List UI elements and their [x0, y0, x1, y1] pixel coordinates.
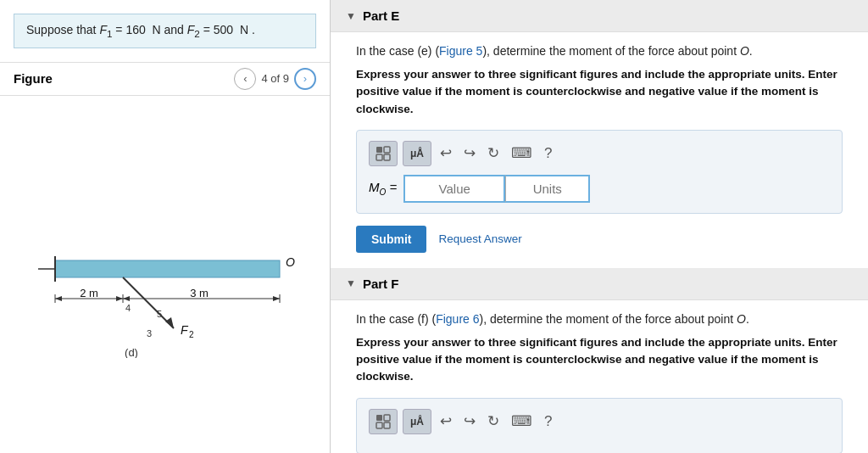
svg-rect-0: [55, 260, 280, 277]
svg-text:F: F: [181, 323, 189, 337]
part-f-grid-button[interactable]: [369, 409, 398, 434]
left-panel: Suppose that F1 = 160 N and F2 = 500 N .…: [0, 0, 331, 453]
submit-row: Submit Request Answer: [356, 226, 843, 253]
part-e-content: In the case (e) (Figure 5), determine th…: [331, 32, 868, 268]
svg-text:(d): (d): [125, 346, 138, 358]
nav-controls: ‹ 4 of 9 ›: [234, 68, 316, 90]
part-f-answer-box: μÅ ↩ ↪ ↻ ⌨ ?: [356, 398, 843, 454]
part-e-arrow: ▼: [346, 10, 356, 22]
part-f-section: ▼ Part F In the case (f) (Figure 6), det…: [331, 268, 868, 453]
part-e-instructions: Express your answer to three significant…: [356, 66, 843, 118]
given-text: Suppose that F1 = 160 N and F2 = 500 N .: [26, 23, 255, 36]
svg-rect-28: [384, 415, 390, 421]
part-e-title: Part E: [363, 8, 399, 23]
help-button[interactable]: ?: [541, 143, 555, 164]
redo-button[interactable]: ↪: [460, 143, 479, 164]
part-e-answer-box: μÅ ↩ ↪ ↻ ⌨ ? MO =: [356, 130, 843, 214]
part-e-input-row: MO =: [369, 175, 830, 203]
svg-rect-29: [376, 422, 382, 428]
svg-text:4: 4: [125, 303, 131, 313]
svg-rect-23: [376, 147, 382, 153]
svg-marker-16: [165, 317, 174, 328]
svg-rect-24: [384, 147, 390, 153]
svg-text:5: 5: [157, 309, 162, 319]
prev-button[interactable]: ‹: [234, 68, 256, 90]
mo-label: MO =: [369, 180, 397, 197]
part-f-grid-icon: [376, 414, 391, 429]
svg-rect-25: [376, 154, 382, 160]
mua-button[interactable]: μÅ: [403, 141, 431, 166]
next-button[interactable]: ›: [294, 68, 316, 90]
part-f-refresh-button[interactable]: ↻: [484, 411, 503, 432]
keyboard-button[interactable]: ⌨: [508, 143, 536, 164]
part-f-mua-button[interactable]: μÅ: [403, 409, 431, 434]
svg-rect-26: [384, 154, 390, 160]
grid-button[interactable]: [369, 141, 398, 166]
part-f-redo-button[interactable]: ↪: [460, 411, 479, 432]
svg-marker-7: [55, 296, 62, 301]
svg-marker-12: [123, 296, 130, 301]
submit-button[interactable]: Submit: [356, 226, 426, 253]
part-e-intro: In the case (e) (Figure 5), determine th…: [356, 44, 843, 58]
part-f-keyboard-button[interactable]: ⌨: [508, 411, 536, 432]
part-f-undo-button[interactable]: ↩: [437, 411, 455, 432]
svg-rect-27: [376, 415, 382, 421]
svg-marker-13: [273, 296, 280, 301]
part-f-help-button[interactable]: ?: [541, 411, 555, 432]
part-f-header[interactable]: ▼ Part F: [331, 268, 868, 300]
part-f-intro: In the case (f) (Figure 6), determine th…: [356, 312, 843, 326]
figure5-link[interactable]: Figure 5: [439, 44, 482, 58]
part-f-title: Part F: [363, 277, 399, 291]
part-f-arrow: ▼: [346, 277, 356, 289]
svg-marker-8: [116, 296, 123, 301]
figure6-link[interactable]: Figure 6: [436, 312, 479, 326]
svg-text:2 m: 2 m: [80, 287, 98, 299]
part-e-section: ▼ Part E In the case (e) (Figure 5), det…: [331, 0, 868, 268]
svg-text:2: 2: [189, 330, 194, 339]
value-input[interactable]: [403, 175, 505, 203]
grid-icon: [376, 146, 391, 161]
part-e-toolbar: μÅ ↩ ↪ ↻ ⌨ ?: [369, 141, 830, 166]
given-box: Suppose that F1 = 160 N and F2 = 500 N .: [14, 14, 316, 48]
refresh-button[interactable]: ↻: [484, 143, 503, 164]
svg-text:3 m: 3 m: [190, 287, 209, 299]
units-input[interactable]: [505, 175, 590, 203]
figure-label: Figure: [14, 71, 53, 86]
figure-area: 2 m 3 m O F 2: [0, 96, 330, 453]
page-indicator: 4 of 9: [261, 72, 289, 85]
part-f-toolbar: μÅ ↩ ↪ ↻ ⌨ ?: [369, 409, 830, 434]
svg-text:3: 3: [147, 328, 152, 338]
figure-diagram: 2 m 3 m O F 2: [30, 188, 301, 358]
svg-rect-30: [384, 422, 390, 428]
svg-text:O: O: [286, 255, 295, 269]
figure-header: Figure ‹ 4 of 9 ›: [0, 62, 330, 96]
request-answer-link[interactable]: Request Answer: [438, 232, 521, 245]
undo-button[interactable]: ↩: [437, 143, 455, 164]
part-e-header[interactable]: ▼ Part E: [331, 0, 868, 32]
part-f-instructions: Express your answer to three significant…: [356, 334, 843, 386]
part-f-content: In the case (f) (Figure 6), determine th…: [331, 300, 868, 453]
right-panel: ▼ Part E In the case (e) (Figure 5), det…: [331, 0, 868, 453]
